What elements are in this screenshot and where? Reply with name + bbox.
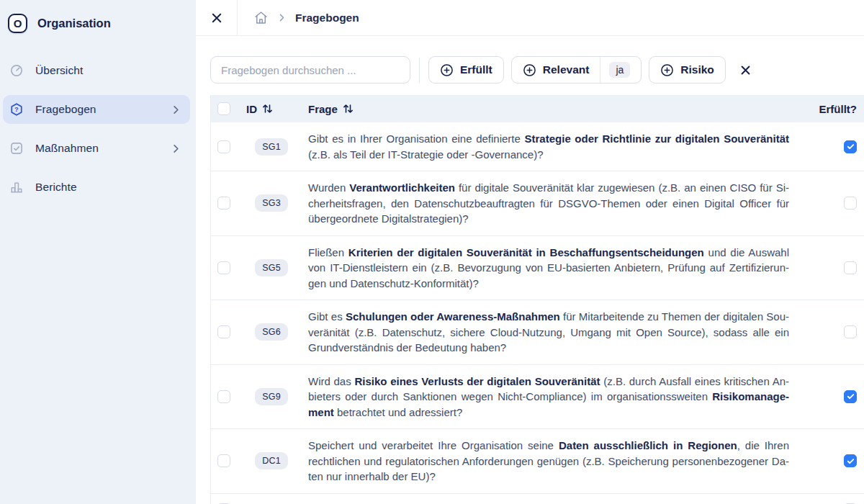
filter-relevant-button[interactable]: Relevant ja: [511, 56, 642, 84]
breadcrumb-current: Fragebogen: [295, 12, 359, 24]
question-table: ID Frage Erfüllt?: [210, 95, 864, 504]
sidebar-item-uebersicht[interactable]: Übersicht: [3, 56, 190, 85]
row-id-badge: DC1: [255, 452, 288, 469]
sort-icon[interactable]: [343, 104, 354, 114]
table-row: DC1 Speichert und verarbeitet Ihre Organ…: [211, 429, 864, 494]
sidebar-item-fragebogen[interactable]: ? Fragebogen: [3, 95, 190, 124]
question-text: Fließen Kriterien der digitalen Souverän…: [308, 245, 789, 292]
question-text: Wird das Risiko eines Verlusts der digit…: [308, 374, 789, 420]
erfuellt-checkbox[interactable]: [844, 390, 857, 403]
filter-bar: Erfüllt Relevant ja Risiko: [210, 56, 850, 84]
table-row: SG1 Gibt es in Ihrer Organisation eine d…: [211, 122, 864, 171]
row-id-badge: SG9: [255, 388, 288, 405]
sidebar-item-label: Übersicht: [35, 64, 181, 77]
brand: O Organisation: [0, 9, 196, 37]
row-select-checkbox[interactable]: [217, 140, 230, 153]
row-select-checkbox[interactable]: [217, 261, 230, 274]
main-content: Fragebogen Erfüllt Relevant ja: [196, 0, 864, 504]
breadcrumb: Fragebogen: [238, 0, 359, 35]
table-row: Nutzt Ihre Organisation Cloud-Services, …: [211, 494, 864, 504]
questionnaire-icon: ?: [9, 102, 24, 117]
tasks-check-icon: [9, 141, 24, 156]
search-input[interactable]: [210, 56, 410, 84]
row-select-checkbox[interactable]: [217, 325, 230, 338]
question-text: Speichert und verarbeitet Ihre Organisat…: [308, 438, 789, 485]
erfuellt-checkbox[interactable]: [844, 140, 857, 153]
row-select-checkbox[interactable]: [217, 454, 230, 467]
filter-button-label: Risiko: [680, 63, 714, 76]
home-icon[interactable]: [253, 10, 269, 25]
bar-chart-icon: [9, 180, 24, 194]
erfuellt-checkbox[interactable]: [844, 454, 857, 467]
plus-circle-icon: [660, 63, 674, 77]
row-select-checkbox[interactable]: [217, 390, 230, 403]
sidebar-item-berichte[interactable]: Berichte: [3, 173, 190, 202]
table-body: SG1 Gibt es in Ihrer Organisation eine d…: [211, 122, 864, 504]
close-icon: [210, 12, 223, 24]
select-all-checkbox[interactable]: [217, 102, 230, 115]
question-text: Gibt es Schulungen oder Awareness-Maßnah…: [308, 309, 789, 356]
clear-filters-button[interactable]: [737, 61, 755, 79]
filter-divider: [419, 58, 420, 83]
sidebar: O Organisation Übersicht ?: [0, 0, 196, 504]
sidebar-item-massnahmen[interactable]: Maßnahmen: [3, 134, 190, 163]
sort-icon[interactable]: [262, 104, 273, 114]
table-header: ID Frage Erfüllt?: [211, 95, 864, 122]
table-row: SG5 Fließen Kriterien der digitalen Souv…: [211, 236, 864, 301]
filter-erfuellt-button[interactable]: Erfüllt: [428, 56, 504, 84]
table-row: SG9 Wird das Risiko eines Verlusts der d…: [211, 365, 864, 430]
close-icon: [739, 64, 752, 76]
erfuellt-checkbox[interactable]: [844, 261, 857, 274]
question-text: Wurden Verantwortlichkeiten für digitale…: [308, 180, 789, 227]
organisation-logo-icon: O: [8, 14, 27, 33]
button-inner-divider: [600, 57, 600, 83]
column-header-frage[interactable]: Frage: [308, 103, 338, 115]
filter-button-label: Erfüllt: [460, 63, 492, 76]
chevron-right-icon: [277, 13, 287, 22]
column-header-id[interactable]: ID: [246, 103, 257, 115]
svg-text:?: ?: [14, 106, 18, 113]
row-id-badge: SG1: [255, 138, 288, 156]
question-text: Gibt es in Ihrer Organisation eine defin…: [308, 131, 789, 162]
filter-risiko-button[interactable]: Risiko: [649, 56, 726, 84]
brand-name: Organisation: [37, 17, 111, 30]
filter-value-badge: ja: [609, 62, 630, 78]
erfuellt-checkbox[interactable]: [844, 197, 857, 210]
close-button[interactable]: [196, 0, 237, 35]
chevron-right-icon: [171, 104, 181, 115]
table-row: SG3 Wurden Verantwortlichkeiten für digi…: [211, 171, 864, 236]
app-root: O Organisation Übersicht ?: [0, 0, 864, 504]
sidebar-item-label: Berichte: [35, 181, 181, 194]
row-id-badge: SG5: [255, 259, 288, 276]
plus-circle-icon: [440, 63, 454, 77]
column-header-erfuellt: Erfüllt?: [819, 103, 858, 115]
erfuellt-checkbox[interactable]: [844, 325, 857, 338]
chevron-right-icon: [171, 143, 181, 154]
gauge-icon: [9, 63, 24, 78]
row-id-badge: SG3: [255, 194, 288, 212]
sidebar-item-label: Maßnahmen: [35, 142, 159, 155]
filter-button-label: Relevant: [543, 63, 590, 76]
table-row: SG6 Gibt es Schulungen oder Awareness-Ma…: [211, 300, 864, 365]
plus-circle-icon: [523, 63, 536, 77]
sidebar-item-label: Fragebogen: [35, 103, 159, 116]
row-select-checkbox[interactable]: [217, 197, 230, 210]
row-id-badge: SG6: [255, 323, 288, 341]
sidebar-nav: Übersicht ? Fragebogen: [0, 56, 196, 202]
topbar: Fragebogen: [196, 0, 864, 36]
